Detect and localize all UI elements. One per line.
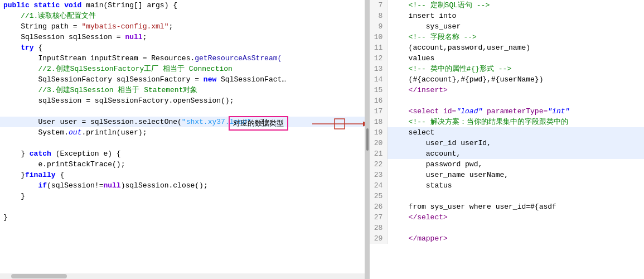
code-line: 9 sys_user xyxy=(370,21,644,32)
code-line xyxy=(0,201,365,212)
line-number: 12 xyxy=(370,53,388,64)
code-line: try { xyxy=(0,42,365,53)
line-number: 27 xyxy=(370,212,388,223)
code-line: } xyxy=(0,212,365,223)
code-line: 7 <!-- 定制SQL语句 --> xyxy=(370,0,644,11)
code-line: public static void main(String[] args) { xyxy=(0,0,365,11)
code-line: 12 values xyxy=(370,53,644,64)
editor-container: public static void main(String[] args) {… xyxy=(0,0,644,279)
code-line: 11 (account,password,user_name) xyxy=(370,42,644,53)
line-number: 22 xyxy=(370,159,388,170)
line-number: 13 xyxy=(370,64,388,74)
line-number: 29 xyxy=(370,233,388,244)
code-line: 28 xyxy=(370,223,644,233)
line-number: 15 xyxy=(370,85,388,95)
code-line: 10 <!-- 字段名称 --> xyxy=(370,32,644,42)
line-number: 11 xyxy=(370,42,388,53)
line-number: 8 xyxy=(370,11,388,21)
code-line: } xyxy=(0,191,365,201)
code-line: //2.创建SqlSessionFactory工厂 相当于 Connection xyxy=(0,64,365,74)
line-number: 19 xyxy=(370,127,388,138)
code-line: 27 </select> xyxy=(370,212,644,223)
line-number: 24 xyxy=(370,180,388,191)
code-line: //1.读取核心配置文件 xyxy=(0,11,365,21)
java-code-area: public static void main(String[] args) {… xyxy=(0,0,365,223)
code-line: 17 <select id="load" parameterType="int" xyxy=(370,106,644,117)
code-line: 14 (#{account},#{pwd},#{userName}) xyxy=(370,74,644,85)
line-number: 21 xyxy=(370,148,388,159)
code-line: 20 user_id userId, xyxy=(370,138,644,148)
line-number: 25 xyxy=(370,191,388,201)
code-line: 22 password pwd, xyxy=(370,159,644,170)
line-number: 7 xyxy=(370,0,388,11)
right-panel: 7 <!-- 定制SQL语句 -->8 insert into9 sys_use… xyxy=(370,0,644,279)
code-line: 15 </insert> xyxy=(370,85,644,95)
code-line: String path = "mybatis-config.xml"; xyxy=(0,21,365,32)
line-number: 9 xyxy=(370,21,388,32)
code-line: sqlSession = sqlSessionFactory.openSessi… xyxy=(0,95,365,106)
code-line: }finally { xyxy=(0,170,365,180)
code-line: User user = sqlSession.selectOne("shxt.x… xyxy=(0,117,365,127)
code-line: 21 account, xyxy=(370,148,644,159)
code-line: e.printStackTrace(); xyxy=(0,159,365,170)
code-line: if(sqlSession!=null)sqlSession.close(); xyxy=(0,180,365,191)
code-line: 26 from sys_user where user_id=#{asdf xyxy=(370,201,644,212)
divider-handle[interactable] xyxy=(366,128,369,151)
code-line xyxy=(0,138,365,148)
line-number: 16 xyxy=(370,95,388,106)
code-line: 29 </mapper> xyxy=(370,233,644,244)
code-line: 18 <!-- 解决方案：当你的结果集中的字段跟类中的 xyxy=(370,117,644,127)
code-line: System.out.println(user); xyxy=(0,127,365,138)
line-number: 18 xyxy=(370,117,388,127)
line-number: 17 xyxy=(370,106,388,117)
code-line: SqlSessionFactory sqlSessionFactory = ne… xyxy=(0,74,365,85)
line-number: 26 xyxy=(370,201,388,212)
horizontal-scrollbar[interactable] xyxy=(0,273,365,279)
code-line: 24 status xyxy=(370,180,644,191)
code-line: 16 xyxy=(370,95,644,106)
left-panel: public static void main(String[] args) {… xyxy=(0,0,365,279)
code-line: InputStream inputStream = Resources.getR… xyxy=(0,53,365,64)
xml-code-area: 7 <!-- 定制SQL语句 -->8 insert into9 sys_use… xyxy=(370,0,644,244)
code-line: 13 <!-- 类中的属性#{}形式 --> xyxy=(370,64,644,74)
panel-divider[interactable] xyxy=(365,0,370,279)
line-number: 14 xyxy=(370,74,388,85)
line-number: 10 xyxy=(370,32,388,42)
code-line: //3.创建SqlSession 相当于 Statement对象 xyxy=(0,85,365,95)
line-number: 28 xyxy=(370,223,388,233)
code-line: SqlSession sqlSession = null; xyxy=(0,32,365,42)
code-line: 23 user_name userName, xyxy=(370,170,644,180)
code-line: 19 select xyxy=(370,127,644,138)
code-line: } catch (Exception e) { xyxy=(0,148,365,159)
code-line: 25 xyxy=(370,191,644,201)
code-line: 8 insert into xyxy=(370,11,644,21)
code-line xyxy=(0,106,365,117)
line-number: 23 xyxy=(370,170,388,180)
line-number: 20 xyxy=(370,138,388,148)
scrollbar-thumb[interactable] xyxy=(11,274,67,278)
